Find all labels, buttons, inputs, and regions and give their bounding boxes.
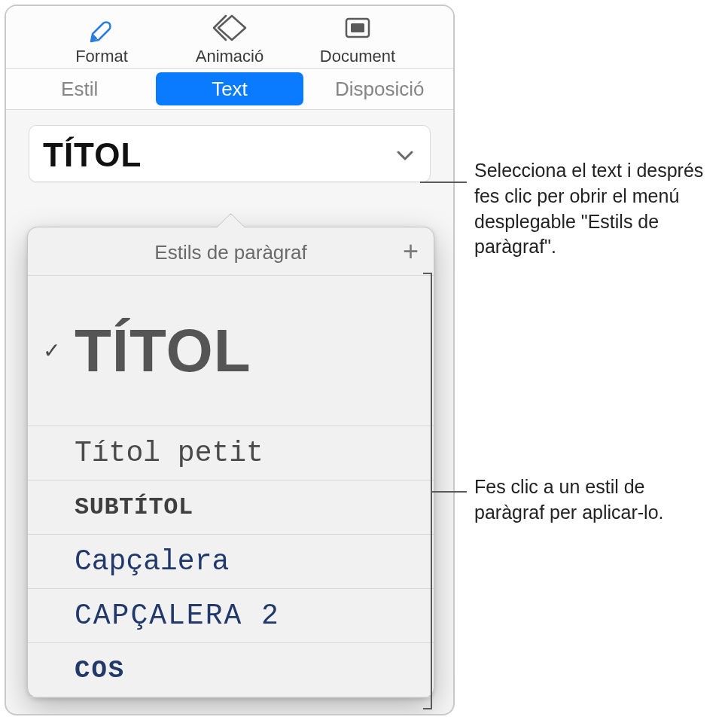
style-row[interactable]: SUBTÍTOL	[28, 481, 434, 535]
style-row[interactable]: Títol petit	[28, 426, 434, 481]
style-row[interactable]: CAPÇALERA 2	[28, 589, 434, 643]
style-preview-label: COS	[75, 656, 419, 685]
style-preview-label: CAPÇALERA 2	[75, 599, 419, 632]
style-preview-label: Títol petit	[75, 437, 419, 469]
document-icon	[341, 11, 374, 45]
toolbar-document-label: Document	[320, 47, 395, 66]
paragraph-style-list: ✓TÍTOLTítol petitSUBTÍTOLCapçaleraCAPÇAL…	[28, 276, 434, 697]
style-row[interactable]: ✓TÍTOL	[28, 276, 434, 426]
current-style-label: TÍTOL	[43, 136, 142, 174]
style-preview-label: TÍTOL	[75, 321, 419, 381]
brush-icon	[85, 11, 118, 45]
popover-header: Estils de paràgraf +	[28, 227, 434, 276]
add-style-button[interactable]: +	[403, 238, 419, 265]
toolbar-format[interactable]: Format	[49, 11, 154, 66]
chevron-down-icon	[394, 144, 416, 166]
callout-open-menu: Selecciona el text i després fes clic pe…	[474, 158, 723, 260]
toolbar-animate-label: Animació	[196, 47, 263, 66]
paragraph-styles-popover: Estils de paràgraf + ✓TÍTOLTítol petitSU…	[27, 227, 434, 698]
toolbar-document[interactable]: Document	[305, 11, 410, 66]
toolbar: Format Animació Document	[6, 6, 453, 68]
paragraph-style-selector[interactable]: TÍTOL	[29, 125, 431, 182]
callout-line	[420, 182, 467, 183]
tabs: Estil Text Disposició	[6, 68, 453, 110]
callout-line	[432, 491, 467, 493]
paragraph-style-selector-wrap: TÍTOL	[6, 110, 453, 182]
style-row[interactable]: Capçalera	[28, 535, 434, 589]
toolbar-format-label: Format	[75, 47, 128, 66]
toolbar-animate[interactable]: Animació	[177, 11, 282, 66]
popover-title: Estils de paràgraf	[154, 241, 306, 264]
style-preview-label: Capçalera	[75, 545, 419, 578]
callout-apply-style: Fes clic a un estil de paràgraf per apli…	[474, 474, 715, 526]
svg-rect-1	[351, 23, 364, 32]
style-preview-label: SUBTÍTOL	[75, 493, 419, 521]
tab-text[interactable]: Text	[156, 72, 303, 105]
diamond-icon	[211, 11, 248, 45]
tab-style[interactable]: Estil	[6, 69, 153, 109]
tab-layout[interactable]: Disposició	[306, 69, 453, 109]
style-row[interactable]: COS	[28, 643, 434, 697]
inspector-panel: Format Animació Document Estil Text	[5, 5, 455, 715]
checkmark-icon: ✓	[43, 338, 75, 363]
